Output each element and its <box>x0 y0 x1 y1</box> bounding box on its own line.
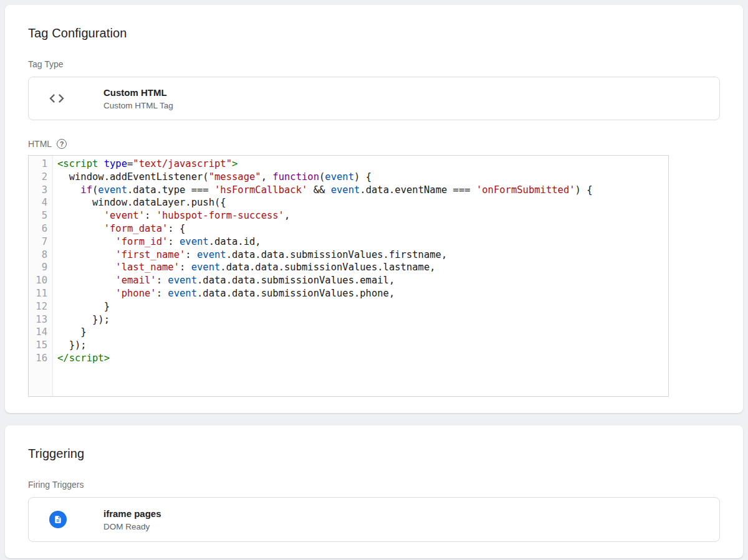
code-gutter: 12345678910111213141516 <box>29 156 53 396</box>
code-token: event <box>168 275 197 286</box>
code-line[interactable]: 'phone': event.data.data.submissionValue… <box>57 287 668 300</box>
code-token <box>57 210 104 221</box>
code-line[interactable]: 'form_id': event.data.id, <box>57 235 668 249</box>
code-token: </script> <box>57 353 110 364</box>
code-line[interactable]: 'form_data': { <box>57 222 668 235</box>
code-line[interactable]: 'event': 'hubspot-form-success', <box>57 209 668 222</box>
code-line[interactable]: <script type="text/javascript"> <box>57 158 668 171</box>
code-brackets-icon <box>47 89 66 108</box>
code-token: event <box>331 184 360 196</box>
code-token: .data.type === <box>127 184 214 196</box>
line-number: 3 <box>29 184 47 197</box>
tag-configuration-card: Tag Configuration Tag Type Custom HTML C… <box>5 5 743 413</box>
code-token: 'event' <box>104 210 145 221</box>
code-line[interactable]: window.addEventListener("message", funct… <box>57 171 668 184</box>
line-number: 1 <box>29 158 47 171</box>
code-token: 'onFormSubmitted' <box>476 184 575 196</box>
tag-type-label: Tag Type <box>28 59 720 69</box>
code-token: : <box>156 275 168 286</box>
line-number: 7 <box>29 235 47 249</box>
code-token: .data.id, <box>209 236 261 247</box>
code-token: .data.data.submissionValues.phone, <box>197 288 395 299</box>
code-token: }); <box>57 339 87 351</box>
code-token: } <box>57 301 110 312</box>
line-number: 6 <box>29 222 47 235</box>
html-code-editor[interactable]: 12345678910111213141516 <script type="te… <box>28 155 669 397</box>
code-token: 'last_name' <box>115 262 180 273</box>
tag-type-name: Custom HTML <box>103 87 173 98</box>
line-number: 13 <box>29 313 47 326</box>
code-token: : <box>168 236 180 247</box>
tag-type-info: Custom HTML Custom HTML Tag <box>103 87 173 110</box>
code-token: event <box>180 236 209 247</box>
code-token: 'form_id' <box>115 236 168 247</box>
code-token: window.addEventListener( <box>57 171 209 183</box>
tag-type-selector[interactable]: Custom HTML Custom HTML Tag <box>28 77 720 120</box>
code-token: ( <box>319 171 325 183</box>
code-token <box>57 249 115 260</box>
trigger-name: iframe pages <box>103 508 161 519</box>
code-token: .data.data.submissionValues.email, <box>197 275 395 286</box>
trigger-document-icon <box>49 511 67 528</box>
code-token: event <box>197 249 226 260</box>
code-line[interactable]: if(event.data.type === 'hsFormCallback' … <box>57 184 668 197</box>
code-token <box>57 223 104 234</box>
code-token: "message" <box>209 171 261 183</box>
code-token: 'phone' <box>115 288 156 299</box>
code-token: event <box>325 171 354 183</box>
code-line[interactable]: 'last_name': event.data.data.submissionV… <box>57 261 668 274</box>
code-token: && <box>307 184 330 196</box>
tag-type-description: Custom HTML Tag <box>103 101 173 110</box>
code-token: .data.data.submissionValues.lastname, <box>220 262 435 273</box>
code-line[interactable]: 'first_name': event.data.data.submission… <box>57 249 668 262</box>
code-token: type <box>104 158 127 169</box>
code-token: }); <box>57 314 110 325</box>
code-lines[interactable]: <script type="text/javascript"> window.a… <box>53 156 668 396</box>
code-token: event <box>191 262 221 273</box>
firing-trigger-item[interactable]: iframe pages DOM Ready <box>28 497 720 542</box>
code-token: event <box>98 184 127 196</box>
code-token: ) { <box>575 184 593 196</box>
code-token: 'hsFormCallback' <box>214 184 307 196</box>
help-icon[interactable]: ? <box>57 139 67 149</box>
trigger-info: iframe pages DOM Ready <box>103 508 161 531</box>
code-token <box>57 184 80 196</box>
code-token: : { <box>168 223 185 234</box>
code-line[interactable]: window.dataLayer.push({ <box>57 196 668 209</box>
line-number: 9 <box>29 261 47 274</box>
code-token: , <box>261 171 273 183</box>
line-number: 14 <box>29 326 47 339</box>
code-line[interactable]: } <box>57 326 668 339</box>
code-token: } <box>57 326 87 338</box>
code-line[interactable]: }); <box>57 313 668 326</box>
code-line[interactable]: } <box>57 300 668 313</box>
code-line[interactable]: </script> <box>57 352 668 365</box>
code-token <box>57 275 115 286</box>
line-number: 10 <box>29 274 47 287</box>
triggering-card: Triggering Firing Triggers iframe pages … <box>5 425 743 558</box>
code-token: , <box>284 210 290 221</box>
code-token: : <box>156 288 168 299</box>
code-token: : <box>180 262 191 273</box>
line-number: 5 <box>29 209 47 222</box>
firing-triggers-label: Firing Triggers <box>28 480 720 490</box>
code-token: function <box>272 171 319 183</box>
code-token: > <box>232 158 237 169</box>
code-token: window.dataLayer.push({ <box>57 197 226 208</box>
line-number: 2 <box>29 171 47 184</box>
code-token: .data.data.submissionValues.firstname, <box>226 249 448 260</box>
code-line[interactable]: 'email': event.data.data.submissionValue… <box>57 274 668 287</box>
code-token: = <box>127 158 133 169</box>
code-token: ( <box>92 184 98 196</box>
code-line[interactable]: }); <box>57 339 668 352</box>
tag-type-label-text: Tag Type <box>28 59 64 69</box>
code-token: .data.eventName === <box>360 184 476 196</box>
line-number: 4 <box>29 196 47 209</box>
code-token: event <box>168 288 197 299</box>
code-token: 'first_name' <box>115 249 185 260</box>
code-token <box>57 262 115 273</box>
line-number: 11 <box>29 287 47 300</box>
tag-configuration-title: Tag Configuration <box>28 26 720 40</box>
code-token: if <box>80 184 92 196</box>
html-label-text: HTML <box>28 139 52 149</box>
